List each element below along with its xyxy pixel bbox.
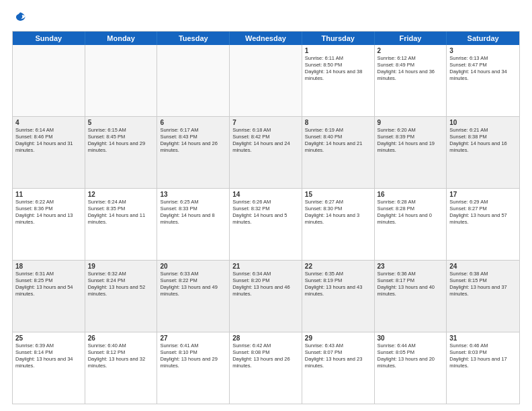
calendar-header: SundayMondayTuesdayWednesdayThursdayFrid… [13,32,519,45]
day-number: 9 [378,119,444,126]
day-cell-16: 16Sunrise: 6:28 AM Sunset: 8:28 PM Dayli… [375,189,447,260]
day-number: 22 [305,263,371,270]
empty-cell [157,45,230,116]
day-info: Sunrise: 6:22 AM Sunset: 8:36 PM Dayligh… [15,199,82,226]
day-number: 29 [305,334,371,342]
calendar-row-1: 1Sunrise: 6:11 AM Sunset: 8:50 PM Daylig… [13,45,519,117]
day-cell-31: 31Sunrise: 6:46 AM Sunset: 8:03 PM Dayli… [447,332,519,404]
day-info: Sunrise: 6:31 AM Sunset: 8:25 PM Dayligh… [15,271,82,298]
day-number: 10 [449,119,517,126]
day-cell-4: 4Sunrise: 6:14 AM Sunset: 8:46 PM Daylig… [13,117,85,188]
day-info: Sunrise: 6:35 AM Sunset: 8:19 PM Dayligh… [305,271,371,298]
day-number: 23 [378,263,444,270]
day-number: 20 [160,263,226,270]
day-info: Sunrise: 6:28 AM Sunset: 8:28 PM Dayligh… [378,199,444,226]
header-day-wednesday: Wednesday [230,32,302,45]
calendar-row-4: 18Sunrise: 6:31 AM Sunset: 8:25 PM Dayli… [13,261,519,332]
day-info: Sunrise: 6:44 AM Sunset: 8:05 PM Dayligh… [378,342,444,370]
calendar-row-3: 11Sunrise: 6:22 AM Sunset: 8:36 PM Dayli… [13,189,519,261]
day-cell-28: 28Sunrise: 6:42 AM Sunset: 8:08 PM Dayli… [230,332,302,404]
day-number: 15 [305,191,371,198]
day-number: 18 [15,263,82,270]
header-day-tuesday: Tuesday [157,32,230,45]
header-day-friday: Friday [375,32,447,45]
day-number: 26 [88,334,154,342]
day-info: Sunrise: 6:42 AM Sunset: 8:08 PM Dayligh… [232,342,299,370]
empty-cell [85,45,158,116]
day-number: 1 [305,47,371,54]
day-cell-3: 3Sunrise: 6:13 AM Sunset: 8:47 PM Daylig… [447,45,519,116]
day-info: Sunrise: 6:33 AM Sunset: 8:22 PM Dayligh… [160,271,226,298]
day-number: 14 [232,191,299,198]
day-info: Sunrise: 6:13 AM Sunset: 8:47 PM Dayligh… [449,55,517,83]
day-info: Sunrise: 6:41 AM Sunset: 8:10 PM Dayligh… [160,342,226,370]
day-info: Sunrise: 6:26 AM Sunset: 8:32 PM Dayligh… [232,199,299,226]
day-info: Sunrise: 6:21 AM Sunset: 8:38 PM Dayligh… [449,127,517,154]
day-cell-5: 5Sunrise: 6:15 AM Sunset: 8:45 PM Daylig… [85,117,158,188]
day-number: 24 [449,263,517,270]
day-info: Sunrise: 6:40 AM Sunset: 8:12 PM Dayligh… [88,342,154,370]
day-info: Sunrise: 6:39 AM Sunset: 8:14 PM Dayligh… [15,342,82,370]
day-cell-21: 21Sunrise: 6:34 AM Sunset: 8:20 PM Dayli… [230,261,302,332]
day-cell-24: 24Sunrise: 6:38 AM Sunset: 8:15 PM Dayli… [447,261,519,332]
day-info: Sunrise: 6:29 AM Sunset: 8:27 PM Dayligh… [449,199,517,226]
day-info: Sunrise: 6:20 AM Sunset: 8:39 PM Dayligh… [378,127,444,154]
empty-cell [230,45,302,116]
day-cell-13: 13Sunrise: 6:25 AM Sunset: 8:33 PM Dayli… [157,189,230,260]
day-cell-19: 19Sunrise: 6:32 AM Sunset: 8:24 PM Dayli… [85,261,158,332]
day-number: 28 [232,334,299,342]
day-number: 4 [15,119,82,126]
day-cell-9: 9Sunrise: 6:20 AM Sunset: 8:39 PM Daylig… [375,117,447,188]
day-cell-23: 23Sunrise: 6:36 AM Sunset: 8:17 PM Dayli… [375,261,447,332]
day-number: 11 [15,191,82,198]
day-cell-18: 18Sunrise: 6:31 AM Sunset: 8:25 PM Dayli… [13,261,85,332]
day-info: Sunrise: 6:38 AM Sunset: 8:15 PM Dayligh… [449,271,517,298]
day-cell-30: 30Sunrise: 6:44 AM Sunset: 8:05 PM Dayli… [375,332,447,404]
day-info: Sunrise: 6:11 AM Sunset: 8:50 PM Dayligh… [305,55,371,83]
day-number: 2 [378,47,444,54]
day-info: Sunrise: 6:15 AM Sunset: 8:45 PM Dayligh… [88,127,154,154]
day-cell-1: 1Sunrise: 6:11 AM Sunset: 8:50 PM Daylig… [302,45,375,116]
day-cell-8: 8Sunrise: 6:19 AM Sunset: 8:40 PM Daylig… [302,117,375,188]
day-info: Sunrise: 6:27 AM Sunset: 8:30 PM Dayligh… [305,199,371,226]
day-cell-6: 6Sunrise: 6:17 AM Sunset: 8:43 PM Daylig… [157,117,230,188]
day-info: Sunrise: 6:32 AM Sunset: 8:24 PM Dayligh… [88,271,154,298]
day-cell-14: 14Sunrise: 6:26 AM Sunset: 8:32 PM Dayli… [230,189,302,260]
day-number: 17 [449,191,517,198]
day-cell-2: 2Sunrise: 6:12 AM Sunset: 8:49 PM Daylig… [375,45,447,116]
day-cell-27: 27Sunrise: 6:41 AM Sunset: 8:10 PM Dayli… [157,332,230,404]
day-cell-26: 26Sunrise: 6:40 AM Sunset: 8:12 PM Dayli… [85,332,158,404]
header-day-monday: Monday [85,32,158,45]
header-day-sunday: Sunday [13,32,85,45]
calendar-row-2: 4Sunrise: 6:14 AM Sunset: 8:46 PM Daylig… [13,117,519,189]
day-info: Sunrise: 6:36 AM Sunset: 8:17 PM Dayligh… [378,271,444,298]
day-cell-25: 25Sunrise: 6:39 AM Sunset: 8:14 PM Dayli… [13,332,85,404]
day-cell-22: 22Sunrise: 6:35 AM Sunset: 8:19 PM Dayli… [302,261,375,332]
empty-cell [13,45,85,116]
day-number: 6 [160,119,226,126]
day-cell-15: 15Sunrise: 6:27 AM Sunset: 8:30 PM Dayli… [302,189,375,260]
day-cell-11: 11Sunrise: 6:22 AM Sunset: 8:36 PM Dayli… [13,189,85,260]
day-cell-7: 7Sunrise: 6:18 AM Sunset: 8:42 PM Daylig… [230,117,302,188]
logo-text [12,11,28,24]
day-number: 7 [232,119,299,126]
day-info: Sunrise: 6:18 AM Sunset: 8:42 PM Dayligh… [232,127,299,154]
day-cell-12: 12Sunrise: 6:24 AM Sunset: 8:35 PM Dayli… [85,189,158,260]
day-cell-10: 10Sunrise: 6:21 AM Sunset: 8:38 PM Dayli… [447,117,519,188]
day-number: 31 [449,334,517,342]
calendar-row-5: 25Sunrise: 6:39 AM Sunset: 8:14 PM Dayli… [13,332,519,404]
day-number: 27 [160,334,226,342]
page: SundayMondayTuesdayWednesdayThursdayFrid… [0,0,532,411]
day-cell-17: 17Sunrise: 6:29 AM Sunset: 8:27 PM Dayli… [447,189,519,260]
day-info: Sunrise: 6:34 AM Sunset: 8:20 PM Dayligh… [232,271,299,298]
day-info: Sunrise: 6:46 AM Sunset: 8:03 PM Dayligh… [449,342,517,370]
day-number: 12 [88,191,154,198]
day-number: 19 [88,263,154,270]
logo-bird-icon [13,11,27,24]
logo [12,11,28,24]
day-cell-20: 20Sunrise: 6:33 AM Sunset: 8:22 PM Dayli… [157,261,230,332]
day-number: 25 [15,334,82,342]
day-info: Sunrise: 6:19 AM Sunset: 8:40 PM Dayligh… [305,127,371,154]
day-number: 30 [378,334,444,342]
calendar-body: 1Sunrise: 6:11 AM Sunset: 8:50 PM Daylig… [13,45,519,404]
